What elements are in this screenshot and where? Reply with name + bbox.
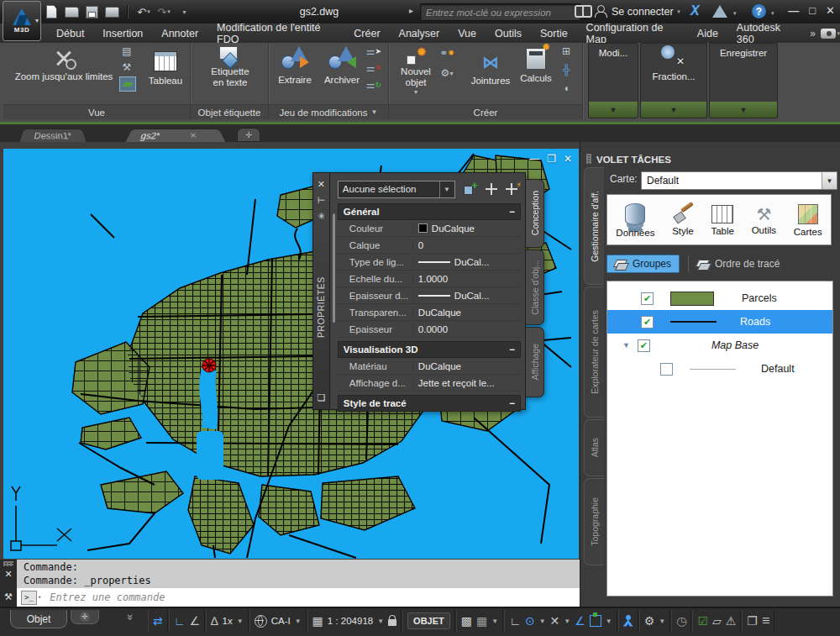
- command-prompt-icon[interactable]: >_: [21, 591, 37, 605]
- autodesk360-caret-icon[interactable]: ▾: [733, 10, 737, 17]
- palette-dock-icon[interactable]: ❏: [317, 392, 325, 403]
- archiver-button[interactable]: Archiver: [319, 46, 365, 86]
- palette-close-icon[interactable]: ✕: [318, 179, 325, 190]
- prop-row-epaisseur[interactable]: Epaisseur 0.0000: [338, 321, 521, 338]
- menu-tab-analyser[interactable]: Analyser: [390, 24, 449, 43]
- new-drawing-tab-button[interactable]: ✛: [237, 128, 260, 142]
- model-space-tab[interactable]: Objet: [10, 610, 67, 628]
- view-query-icon[interactable]: ⚒: [119, 60, 134, 74]
- side-tab-atlas[interactable]: Atlas: [584, 419, 604, 476]
- tag-icon[interactable]: ◖: [559, 81, 574, 95]
- palette-tab-affichage[interactable]: Affichage: [526, 327, 544, 397]
- annotation-scale-value[interactable]: 1x: [223, 616, 233, 626]
- toggle-pickadd-icon[interactable]: [464, 183, 477, 195]
- style-button[interactable]: Style: [672, 205, 694, 236]
- command-input[interactable]: >_ ▾ Entrez une commande: [17, 588, 580, 607]
- autosnap-icon[interactable]: ⇄: [153, 615, 163, 627]
- palette-tab-classe-objet[interactable]: Classe d'obj...: [526, 250, 544, 325]
- default-checkbox[interactable]: [660, 363, 673, 376]
- modifier-panel-expand[interactable]: ▼: [589, 102, 638, 118]
- layer-row-map-base[interactable]: ▼ ✔ Map Base: [607, 334, 832, 357]
- maximize-button[interactable]: □: [809, 4, 816, 17]
- groupes-tab[interactable]: Groupes: [606, 255, 680, 273]
- collapse-icon[interactable]: −: [509, 398, 515, 408]
- menu-tab-aide[interactable]: Aide: [688, 24, 727, 43]
- donnees-button[interactable]: Données: [616, 203, 654, 238]
- minimize-button[interactable]: —: [788, 4, 799, 17]
- menu-tab-autodesk360[interactable]: Autodesk 360: [727, 24, 806, 43]
- map-base-expand-icon[interactable]: ▼: [622, 341, 630, 350]
- ribbon-display-icon[interactable]: [821, 29, 836, 39]
- command-tools-icon[interactable]: ⚒: [4, 591, 13, 602]
- command-grip-handle[interactable]: [3, 561, 13, 566]
- tableau-button[interactable]: Tableau: [143, 51, 188, 87]
- save-button[interactable]: [84, 4, 99, 19]
- ribbon-display-caret-icon[interactable]: ▾: [837, 30, 840, 37]
- viewport-restore-icon[interactable]: ❐: [547, 153, 556, 165]
- help-caret-icon[interactable]: ▾: [771, 10, 774, 17]
- panel-label-jeu[interactable]: Jeu de modifications▼: [269, 104, 388, 119]
- quick-select-icon[interactable]: ⚡: [506, 183, 517, 195]
- annotation-monitor-icon[interactable]: [623, 615, 633, 628]
- prop-row-echelle[interactable]: Echelle du... 1.0000: [338, 271, 521, 287]
- panel-label-creer[interactable]: Créer: [389, 104, 582, 119]
- exchange-apps-icon[interactable]: X: [690, 3, 700, 18]
- polar-tracking-icon[interactable]: ⊙: [525, 615, 535, 627]
- ribbon-overflow-button[interactable]: »: [805, 28, 821, 39]
- modset-pick-icon[interactable]: ⚌➤: [366, 45, 381, 58]
- carte-dropdown[interactable]: Default ▼: [641, 171, 837, 190]
- ribbon-panel-enregistrer-collapsed[interactable]: Enregistrer ▼: [709, 43, 778, 118]
- new-file-button[interactable]: [44, 4, 59, 19]
- prop-row-couleur[interactable]: Couleur DuCalque: [338, 220, 521, 237]
- menu-tab-sortie[interactable]: Sortie: [531, 24, 577, 43]
- viewport-close-icon[interactable]: ✕: [564, 153, 572, 165]
- command-close-icon[interactable]: ✕: [4, 569, 12, 580]
- polar-caret-icon[interactable]: ▼: [539, 618, 546, 625]
- annotation-scale-icon[interactable]: ∆: [211, 615, 218, 627]
- dynamic-input-icon[interactable]: [590, 615, 601, 627]
- prop-row-affichage-ombres[interactable]: Affichage d... Jette et reçoit le...: [338, 375, 521, 392]
- autodesk360-icon[interactable]: [712, 5, 727, 18]
- prop-row-type-ligne[interactable]: Type de lig... DuCal...: [338, 254, 521, 271]
- task-pane-header[interactable]: VOLET TÂCHES: [586, 151, 835, 168]
- print-button[interactable]: [104, 4, 119, 19]
- quick-properties-icon[interactable]: ▱: [712, 615, 722, 627]
- prop-row-materiau[interactable]: Matériau DuCalque: [338, 358, 521, 375]
- cartes-button[interactable]: Cartes: [794, 204, 822, 237]
- undo-button[interactable]: ↶▾: [136, 4, 151, 19]
- etiquette-texte-button[interactable]: Etiquette en texte: [206, 46, 255, 88]
- layer-row-parcels[interactable]: ✔ Parcels: [607, 286, 832, 310]
- object-snap-angle-icon[interactable]: ∠: [575, 615, 585, 627]
- hatch-grid-icon[interactable]: ▩: [461, 615, 472, 627]
- menu-tab-vue[interactable]: Vue: [449, 24, 486, 43]
- map-base-checkbox[interactable]: ✔: [638, 339, 650, 352]
- view-filter-icon[interactable]: ▤: [119, 45, 134, 58]
- units-clock-icon[interactable]: ◷: [676, 615, 686, 627]
- select-objects-icon[interactable]: [486, 183, 497, 195]
- isodraft-caret-icon[interactable]: ▼: [564, 618, 570, 625]
- collapse-icon[interactable]: −: [509, 344, 515, 355]
- table-edit-icon[interactable]: ⊞: [559, 45, 574, 58]
- doc-tab-dessin1[interactable]: Dessin1*: [18, 129, 87, 143]
- parcels-checkbox[interactable]: ✔: [641, 292, 654, 305]
- palette-titlebar[interactable]: ✕ ⊢ ✳ PROPRIÉTÉS ❏: [312, 172, 330, 410]
- dot-grid-icon[interactable]: ▦: [476, 615, 487, 627]
- viewport-minimize-icon[interactable]: —: [529, 153, 539, 165]
- create-settings-icon[interactable]: ⚙▾: [439, 66, 454, 80]
- ribbon-panel-fractionner-collapsed[interactable]: Fraction... ▼: [640, 43, 707, 118]
- view-plane-icon[interactable]: [119, 76, 136, 92]
- command-history[interactable]: Commande: Commande: _properties: [17, 560, 580, 588]
- palette-properties-menu-icon[interactable]: ✳: [318, 211, 325, 222]
- globe-icon[interactable]: [255, 615, 267, 628]
- map-scale-value[interactable]: 1 : 204918: [328, 616, 373, 626]
- layer-row-default[interactable]: Default: [607, 357, 832, 381]
- jointures-button[interactable]: ⋈ Jointures: [466, 53, 515, 87]
- modset-refresh-icon[interactable]: ⚌↻: [366, 78, 381, 92]
- palette-autohide-pin-icon[interactable]: ⊢: [318, 195, 326, 206]
- layer-check-icon[interactable]: ☑: [697, 615, 708, 627]
- enregistrer-panel-expand[interactable]: ▼: [710, 102, 777, 118]
- section-style-trace[interactable]: Style de tracé−: [338, 395, 521, 412]
- table-button[interactable]: Table: [711, 205, 734, 236]
- menu-tab-debut[interactable]: Début: [47, 24, 93, 43]
- palette-scrollbar[interactable]: [333, 213, 335, 323]
